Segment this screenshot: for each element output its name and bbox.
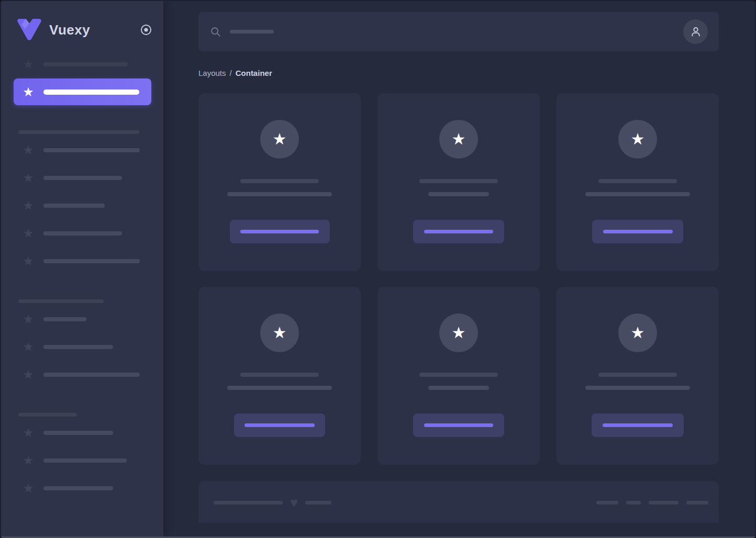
- footer-link-skeleton[interactable]: [626, 501, 641, 505]
- sidebar: Vuexy ★ ★ ★★★★★★★★★★★: [1, 1, 163, 536]
- sidebar-nav: ★★★★★★★★★★★: [1, 130, 163, 495]
- skeleton-bar: [428, 386, 489, 390]
- star-icon: ★: [22, 313, 35, 326]
- search-icon: [210, 26, 221, 38]
- card-action-button[interactable]: [592, 413, 684, 437]
- skeleton-bar: [43, 62, 128, 66]
- card-avatar: ★: [439, 120, 478, 159]
- skeleton-bar: [43, 317, 86, 321]
- skeleton-bar: [585, 192, 690, 196]
- skeleton-bar: [419, 373, 498, 377]
- footer-link-skeleton[interactable]: [686, 501, 708, 505]
- breadcrumb-current: Container: [236, 69, 272, 77]
- skeleton-bar: [240, 373, 319, 377]
- sidebar-section: ★★★★★: [1, 130, 163, 267]
- skeleton-bar: [43, 345, 113, 349]
- sidebar-item[interactable]: ★: [22, 172, 163, 184]
- card-action-button[interactable]: [413, 220, 504, 243]
- card-avatar: ★: [439, 313, 478, 352]
- card-avatar: ★: [260, 313, 299, 352]
- skeleton-bar: [305, 501, 331, 505]
- star-icon: ★: [22, 58, 35, 71]
- sidebar-item[interactable]: ★: [22, 454, 163, 467]
- skeleton-bar: [43, 89, 139, 95]
- star-icon: ★: [631, 131, 645, 147]
- skeleton-bar: [428, 192, 489, 196]
- button-label-skeleton: [424, 230, 493, 233]
- content-card: ★: [557, 93, 719, 271]
- skeleton-bar: [585, 386, 690, 390]
- sidebar-item[interactable]: ★: [22, 482, 163, 495]
- button-label-skeleton: [244, 423, 315, 427]
- section-title-skeleton: [18, 413, 77, 417]
- brand: Vuexy: [17, 18, 153, 41]
- footer-link-skeleton[interactable]: [649, 501, 679, 505]
- heart-icon: ♥: [290, 496, 298, 509]
- sidebar-item[interactable]: ★: [22, 199, 163, 212]
- star-icon: ★: [452, 131, 466, 147]
- footer-links-group: [596, 496, 708, 509]
- sidebar-item[interactable]: ★: [22, 255, 163, 267]
- sidebar-section: ★★★: [1, 413, 163, 495]
- main-content: Layouts / Container ★★★★★★ ♥: [163, 1, 755, 536]
- button-label-skeleton: [603, 423, 673, 427]
- button-label-skeleton: [603, 230, 673, 233]
- star-icon: ★: [631, 325, 645, 341]
- card-action-button[interactable]: [234, 413, 325, 437]
- star-icon: ★: [22, 368, 35, 381]
- skeleton-bar: [43, 204, 105, 208]
- sidebar-item[interactable]: ★: [22, 227, 163, 240]
- skeleton-bar: [240, 179, 319, 183]
- star-icon: ★: [22, 482, 35, 495]
- brand-name: Vuexy: [49, 22, 90, 38]
- star-icon: ★: [22, 227, 35, 240]
- breadcrumb-section[interactable]: Layouts: [198, 69, 226, 77]
- card-avatar: ★: [260, 120, 299, 159]
- sidebar-pin-toggle-icon[interactable]: [139, 23, 153, 37]
- cards-grid: ★★★★★★: [198, 93, 719, 465]
- skeleton-bar: [227, 192, 332, 196]
- skeleton-bar: [598, 373, 677, 377]
- star-icon: ★: [22, 172, 35, 184]
- card-action-button[interactable]: [592, 220, 683, 243]
- sidebar-item[interactable]: ★: [22, 144, 163, 156]
- star-icon: ★: [273, 325, 287, 341]
- skeleton-bar: [43, 458, 127, 463]
- skeleton-bar: [419, 179, 498, 183]
- card-action-button[interactable]: [230, 220, 330, 243]
- star-icon: ★: [22, 199, 35, 212]
- footer-left-group: ♥: [214, 496, 331, 509]
- sidebar-item-active[interactable]: ★: [14, 79, 151, 105]
- skeleton-bar: [43, 431, 113, 435]
- sidebar-item[interactable]: ★: [22, 313, 163, 326]
- skeleton-bar: [227, 386, 332, 390]
- card-action-button[interactable]: [413, 413, 504, 437]
- vuexy-logo-icon: [17, 19, 42, 41]
- skeleton-bar: [43, 373, 140, 377]
- skeleton-bar: [43, 148, 140, 152]
- button-label-skeleton: [424, 423, 493, 427]
- sidebar-item[interactable]: ★: [22, 341, 163, 353]
- sidebar-item-skeleton[interactable]: ★: [22, 58, 163, 71]
- star-icon: ★: [22, 86, 35, 98]
- sidebar-item[interactable]: ★: [22, 427, 163, 439]
- sidebar-item[interactable]: ★: [22, 368, 163, 381]
- star-icon: ★: [452, 325, 466, 341]
- footer-link-skeleton[interactable]: [596, 501, 618, 505]
- section-title-skeleton: [18, 130, 139, 134]
- star-icon: ★: [22, 454, 35, 467]
- star-icon: ★: [22, 144, 35, 156]
- section-title-skeleton: [18, 299, 104, 303]
- skeleton-bar: [598, 179, 677, 183]
- content-card: ★: [198, 93, 361, 271]
- star-icon: ★: [22, 341, 35, 353]
- card-avatar: ★: [618, 313, 657, 352]
- content-card: ★: [377, 93, 540, 271]
- user-avatar[interactable]: [683, 19, 708, 44]
- star-icon: ★: [273, 131, 287, 147]
- skeleton-bar: [43, 259, 140, 263]
- skeleton-bar: [214, 501, 283, 505]
- button-label-skeleton: [240, 230, 319, 233]
- skeleton-bar: [43, 176, 122, 180]
- search-bar[interactable]: [198, 12, 719, 51]
